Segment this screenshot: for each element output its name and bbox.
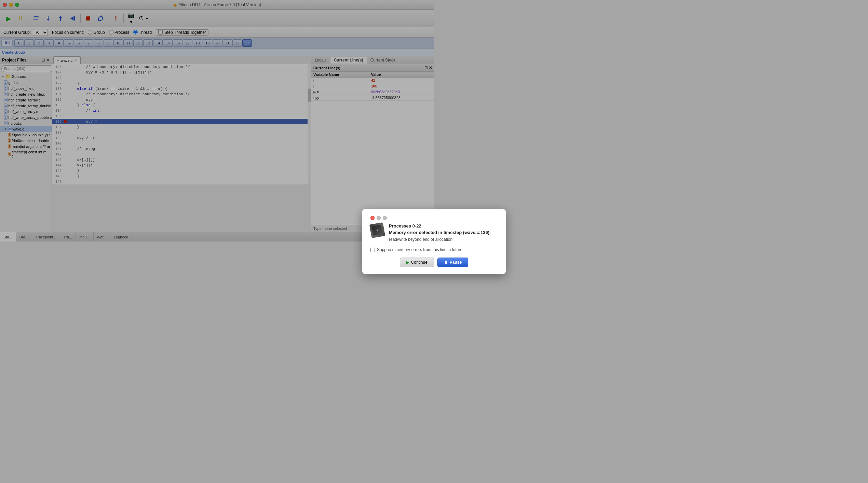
tab-close-icon[interactable]: ✕ bbox=[74, 58, 77, 62]
proc-tab-17[interactable]: 17 bbox=[183, 39, 192, 47]
modal-subtitle: Memory error detected in timestep (wave.… bbox=[389, 230, 434, 235]
step-out-button[interactable] bbox=[55, 13, 66, 24]
tab-locals[interactable]: Locals bbox=[311, 57, 330, 64]
code-scrollbar[interactable] bbox=[308, 64, 311, 184]
focus-process-radio[interactable]: Process bbox=[109, 30, 129, 35]
step-threads-checkbox[interactable] bbox=[158, 30, 163, 34]
proc-tab-4[interactable]: 4 bbox=[54, 39, 64, 47]
proc-tab-7[interactable]: 7 bbox=[84, 39, 93, 47]
bottom-tab-tracepoints[interactable]: Tracepoint... bbox=[32, 232, 60, 242]
right-restore-icon[interactable]: ⊡ bbox=[424, 66, 428, 70]
step-over-button[interactable] bbox=[30, 13, 41, 24]
svg-marker-3 bbox=[59, 16, 62, 18]
proc-tab-6[interactable]: 6 bbox=[74, 39, 83, 47]
create-group-link[interactable]: Create Group bbox=[2, 50, 25, 54]
toolbar-sep-1 bbox=[28, 14, 28, 23]
stop-button[interactable] bbox=[83, 13, 94, 24]
tree-item-main[interactable]: f main(int argc, char** ar bbox=[0, 143, 52, 149]
code-line-132: 132 uyy = bbox=[52, 97, 311, 102]
proc-tab-1[interactable]: 1 bbox=[24, 39, 34, 47]
var-name-i: i bbox=[311, 78, 369, 83]
bottom-tab-input[interactable]: Inpu... bbox=[76, 232, 94, 242]
panel-close-icon[interactable]: ✕ bbox=[46, 58, 50, 63]
proc-tab-11[interactable]: 11 bbox=[123, 39, 133, 47]
tree-item-fdot0[interactable]: f fdot0(double x, double bbox=[0, 138, 52, 143]
svg-rect-6 bbox=[86, 16, 90, 20]
proc-tab-20[interactable]: 20 bbox=[213, 39, 222, 47]
tree-item-hdf-create-tarray-dbl[interactable]: c hdf_create_tarray_double. bbox=[0, 103, 52, 109]
proc-tab-22[interactable]: 22 bbox=[232, 39, 242, 47]
tree-item-hdf-write-tarray[interactable]: c hdf_write_tarray.c bbox=[0, 109, 52, 114]
bottom-tab-stacks[interactable]: Sta... bbox=[0, 232, 16, 242]
error-button[interactable]: ! bbox=[110, 13, 121, 24]
code-scroll-thumb[interactable] bbox=[308, 88, 311, 102]
step-into-button[interactable] bbox=[43, 13, 54, 24]
modal-min-button[interactable] bbox=[377, 216, 381, 220]
toolbar-sep-4 bbox=[123, 14, 124, 23]
tree-item-hdfout[interactable]: c hdfout.c bbox=[0, 120, 52, 126]
proc-tab-8[interactable]: 8 bbox=[94, 39, 103, 47]
proc-tab-10[interactable]: 10 bbox=[113, 39, 123, 47]
right-close-icon[interactable]: ✕ bbox=[429, 66, 432, 70]
step-over-icon bbox=[32, 15, 40, 22]
proc-tab-21[interactable]: 21 bbox=[222, 39, 232, 47]
modal-dialog: Processes 0-22: Memory error detected in… bbox=[362, 209, 434, 242]
var-value-j: 100 bbox=[369, 83, 434, 89]
right-panel-tabs: Locals Current Line(s) Current Stack bbox=[311, 56, 434, 64]
restart-button[interactable] bbox=[95, 13, 106, 24]
proc-tab-2[interactable]: 2 bbox=[34, 39, 44, 47]
right-panel: Locals Current Line(s) Current Stack Cur… bbox=[311, 56, 434, 232]
current-group-select[interactable]: All bbox=[33, 29, 48, 36]
proc-tab-0[interactable]: 0 bbox=[14, 39, 24, 47]
tree-item-hdf-create-new[interactable]: c hdf_create_new_file.c bbox=[0, 91, 52, 97]
tree-item-timestep[interactable]: f timestep( const int m, c bbox=[0, 149, 52, 159]
search-input[interactable] bbox=[1, 65, 53, 72]
proc-tab-23[interactable]: 23 bbox=[242, 39, 252, 47]
step-back-button[interactable] bbox=[67, 13, 78, 24]
proc-tab-19[interactable]: 19 bbox=[203, 39, 212, 47]
bottom-tab-watch[interactable]: Wat... bbox=[94, 232, 110, 242]
proc-tab-13[interactable]: 13 bbox=[143, 39, 153, 47]
tab-wave-c[interactable]: ● wave.c ✕ bbox=[53, 56, 81, 64]
maximize-button[interactable] bbox=[15, 3, 19, 7]
tree-item-hdf-close[interactable]: c hdf_close_file.c bbox=[0, 85, 52, 91]
proc-tab-9[interactable]: 9 bbox=[104, 39, 113, 47]
modal-text: Processes 0-22: Memory error detected in… bbox=[389, 223, 434, 242]
tab-current-stack[interactable]: Current Stack bbox=[367, 57, 399, 64]
proc-tab-12[interactable]: 12 bbox=[133, 39, 143, 47]
bottom-tab-logbook[interactable]: Logbook bbox=[110, 232, 132, 242]
tree-item-grid[interactable]: c grid.c bbox=[0, 80, 52, 85]
expand-arrow-u[interactable]: ▶ bbox=[313, 90, 316, 94]
timer-button[interactable]: ⏱ ▾ bbox=[138, 13, 149, 24]
project-files-panel: Project Files ⊡ ✕ 🔍 ▼ 📁 Sources c grid.c… bbox=[0, 56, 52, 232]
all-processes-tab[interactable]: All bbox=[1, 40, 13, 46]
tree-item-sources[interactable]: ▼ 📁 Sources bbox=[0, 73, 52, 80]
proc-tab-5[interactable]: 5 bbox=[64, 39, 73, 47]
proc-tab-3[interactable]: 3 bbox=[44, 39, 54, 47]
focus-thread-radio[interactable]: Thread bbox=[133, 30, 152, 35]
code-editor[interactable]: 126 /* w boundary: dirichlet boundary co… bbox=[52, 64, 311, 184]
bottom-tab-tra[interactable]: Tra... bbox=[60, 232, 76, 242]
proc-tab-14[interactable]: 14 bbox=[153, 39, 163, 47]
code-line-137: 137 } bbox=[52, 124, 311, 130]
focus-group-radio[interactable]: Group bbox=[88, 30, 105, 35]
minimize-button[interactable] bbox=[9, 3, 13, 7]
modal-close-button[interactable] bbox=[370, 216, 375, 220]
run-button[interactable]: ▶ bbox=[3, 13, 14, 24]
bottom-tab-breakpoints[interactable]: Bre... bbox=[16, 232, 32, 242]
tree-item-hdf-write-tarray-dbl[interactable]: c hdf_write_tarray_double.c bbox=[0, 114, 52, 120]
panel-restore-icon[interactable]: ⊡ bbox=[41, 58, 45, 63]
tree-item-wave[interactable]: ▼ c wave.c bbox=[0, 126, 52, 132]
proc-tab-18[interactable]: 18 bbox=[193, 39, 202, 47]
close-button[interactable] bbox=[3, 3, 7, 7]
proc-tab-16[interactable]: 16 bbox=[173, 39, 182, 47]
tree-item-hdf-create-tarray[interactable]: c hdf_create_tarray.c bbox=[0, 97, 52, 103]
pause-button[interactable]: ⏸ bbox=[15, 13, 26, 24]
screenshot-button[interactable]: 📷 ▾ bbox=[126, 13, 137, 24]
tree-item-f0[interactable]: f f0(double x, double y) : bbox=[0, 132, 52, 138]
proc-tab-15[interactable]: 15 bbox=[163, 39, 173, 47]
code-line-134: 134 /* int bbox=[52, 108, 311, 113]
tab-current-lines[interactable]: Current Line(s) bbox=[330, 57, 367, 64]
code-line-128: 128 bbox=[52, 75, 311, 81]
modal-max-button[interactable] bbox=[383, 216, 387, 220]
